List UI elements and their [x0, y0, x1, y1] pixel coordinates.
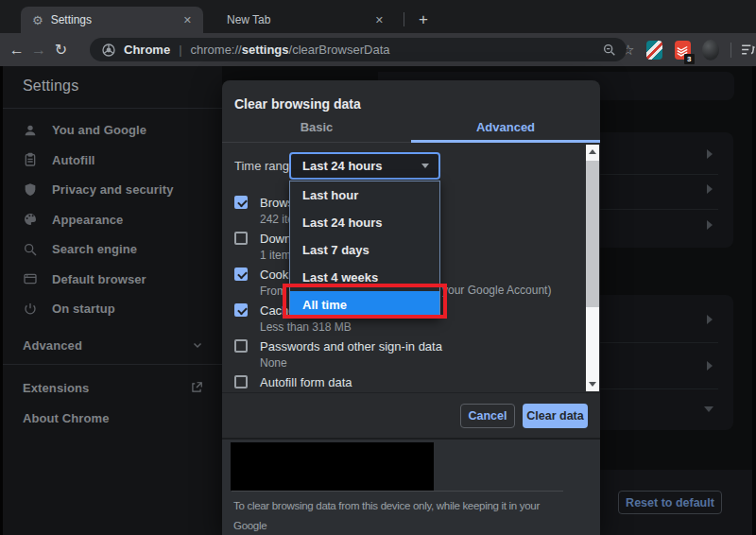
row-label: Passwords and other sign-in data — [260, 339, 442, 354]
omnibox-url: chrome://settings/clearBrowserData — [191, 43, 390, 57]
row-subtext-fragment: your Google Account) — [442, 284, 551, 297]
palette-icon — [23, 212, 38, 227]
dialog-bottom-section: To clear browsing data from this device … — [222, 438, 600, 535]
sidebar-item-advanced[interactable]: Advanced — [0, 332, 222, 358]
chevron-right-icon — [707, 149, 713, 159]
todoist-extension-icon[interactable]: 3 — [675, 41, 691, 60]
page-title: Settings — [23, 78, 78, 95]
forward-button[interactable]: → — [27, 42, 49, 59]
browser-icon — [23, 271, 38, 286]
tab-separator — [404, 12, 404, 26]
address-bar[interactable]: Chrome | chrome://settings/clearBrowserD… — [90, 38, 627, 61]
chevron-right-icon — [707, 315, 713, 324]
dropdown-option[interactable]: Last 4 weeks — [290, 264, 439, 291]
autofill-checkbox[interactable] — [234, 375, 248, 388]
browser-window: ⚙ Settings ✕ New Tab ✕ + ← → ↻ Chrome | … — [0, 0, 756, 535]
tab-title: New Tab — [227, 13, 371, 26]
row-subtext: None — [260, 356, 287, 370]
settings-page: Reset to default Settings You and Google… — [0, 66, 756, 535]
window-edge — [752, 66, 756, 535]
row-subtext: 1 item — [260, 249, 291, 262]
dialog-footer: Cancel Clear data — [222, 392, 600, 438]
dialog-title: Clear browsing data — [234, 96, 361, 112]
sync-footnote: To clear browsing data from this device … — [233, 496, 555, 535]
dropdown-option[interactable]: Last 24 hours — [290, 209, 439, 236]
scrollbar-thumb[interactable] — [586, 161, 599, 307]
omnibox-divider: | — [179, 43, 181, 57]
reload-button[interactable]: ↻ — [50, 41, 72, 59]
tab-settings[interactable]: ⚙ Settings ✕ — [21, 7, 203, 33]
tab-basic[interactable]: Basic — [222, 120, 411, 144]
back-button[interactable]: ← — [6, 42, 27, 59]
settings-sidebar: Settings You and Google Autofill Privacy… — [0, 66, 222, 535]
dialog-scrollbar[interactable] — [586, 145, 599, 391]
dropdown-option[interactable]: Last hour — [290, 181, 439, 209]
extension-icon[interactable] — [646, 41, 662, 60]
sidebar-item-search-engine[interactable]: Search engine — [0, 234, 222, 265]
new-tab-button[interactable]: + — [412, 9, 435, 31]
sidebar-item-label: Privacy and security — [52, 182, 173, 197]
row-label: Autofill form data — [260, 375, 352, 389]
sidebar-item-label: Advanced — [23, 338, 192, 353]
sidebar-item-about-chrome[interactable]: About Chrome — [0, 405, 222, 431]
dropdown-option[interactable]: Last 7 days — [290, 236, 439, 264]
sidebar-item-label: Autofill — [52, 153, 95, 167]
sidebar-item-you-and-google[interactable]: You and Google — [0, 115, 222, 146]
row-subtext: Less than 318 MB — [260, 320, 352, 334]
gear-icon: ⚙ — [32, 14, 43, 26]
chevron-down-icon — [704, 406, 713, 412]
sidebar-item-label: Appearance — [52, 213, 123, 227]
divider — [0, 364, 222, 365]
sidebar-item-default-browser[interactable]: Default browser — [0, 265, 222, 295]
chevron-right-icon — [707, 361, 713, 371]
divider — [0, 108, 222, 109]
browsing-history-checkbox[interactable] — [234, 196, 248, 209]
close-icon[interactable]: ✕ — [371, 12, 387, 28]
window-edge — [0, 66, 3, 535]
chevron-right-icon — [707, 184, 713, 194]
background-bottom-card: Reset to default — [600, 470, 756, 535]
tab-title: Settings — [51, 13, 180, 26]
checkbox-row-autofill: Autofill form data — [234, 375, 560, 392]
sidebar-item-label: Extensions — [23, 381, 190, 395]
sidebar-item-label: You and Google — [52, 123, 146, 137]
time-range-listbox: Last hourLast 24 hoursLast 7 daysLast 4 … — [289, 181, 440, 319]
external-link-icon — [190, 381, 203, 394]
sidebar-item-autofill[interactable]: Autofill — [0, 146, 222, 176]
extension-badge: 3 — [684, 54, 695, 64]
time-range-select[interactable]: Last 24 hours — [289, 152, 440, 180]
cancel-button[interactable]: Cancel — [460, 404, 515, 428]
scroll-down-arrow-icon[interactable] — [586, 377, 599, 391]
sidebar-item-privacy-and-security[interactable]: Privacy and security — [0, 175, 222, 205]
clear-data-button[interactable]: Clear data — [523, 404, 588, 428]
sidebar-item-label: Search engine — [52, 242, 137, 256]
sidebar-item-on-startup[interactable]: On startup — [0, 294, 222, 324]
dropdown-option[interactable]: All time — [290, 291, 439, 319]
chevron-down-icon — [421, 164, 429, 168]
redacted-block — [231, 442, 434, 491]
close-icon[interactable]: ✕ — [180, 12, 196, 28]
sidebar-item-label: On startup — [52, 302, 115, 316]
dialog-content: Time range Last 24 hours Browsing histor… — [222, 144, 600, 392]
tab-new-tab[interactable]: New Tab ✕ — [210, 7, 395, 33]
cookies-checkbox[interactable] — [234, 268, 248, 281]
person-icon — [23, 123, 38, 138]
active-tab-indicator — [411, 140, 600, 143]
download-history-checkbox[interactable] — [234, 232, 248, 245]
sidebar-item-label: Default browser — [52, 272, 146, 286]
profile-avatar[interactable] — [702, 40, 719, 60]
scroll-up-arrow-icon[interactable] — [586, 145, 599, 159]
passwords-checkbox[interactable] — [234, 339, 248, 353]
chrome-logo-icon — [101, 43, 116, 58]
zoom-icon[interactable] — [602, 43, 617, 58]
toolbar: ← → ↻ Chrome | chrome://settings/clearBr… — [0, 33, 756, 66]
browser-menu-icon[interactable] — [740, 42, 756, 58]
cached-images-checkbox[interactable] — [234, 303, 248, 317]
reset-to-default-button[interactable]: Reset to default — [618, 491, 722, 514]
sidebar-item-appearance[interactable]: Appearance — [0, 205, 222, 235]
time-range-label: Time range — [234, 159, 296, 173]
sidebar-item-extensions[interactable]: Extensions — [0, 374, 222, 401]
search-icon — [23, 242, 38, 257]
shield-icon — [23, 182, 38, 198]
chevron-right-icon — [707, 220, 713, 230]
